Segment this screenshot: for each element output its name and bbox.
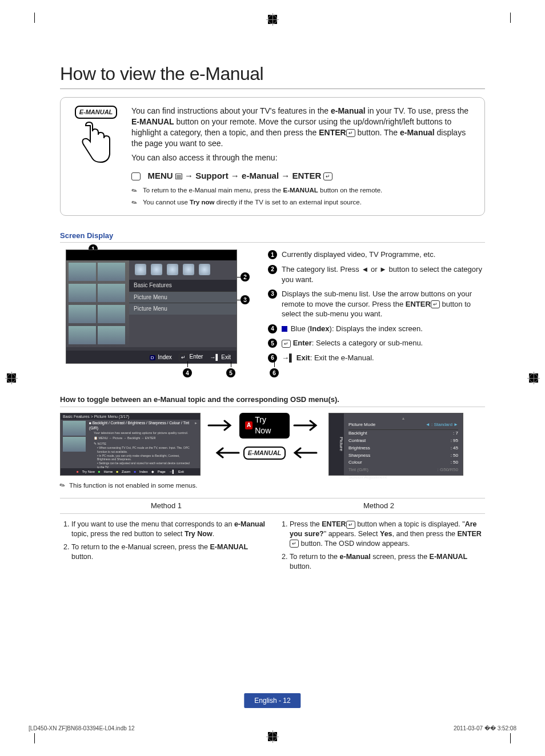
page-title: How to view the e-Manual — [60, 62, 485, 89]
intro-box: E-MANUAL You can find instructions about… — [60, 97, 485, 216]
menu-icon — [175, 174, 182, 179]
crop-mark — [510, 13, 511, 23]
hand-press-icon — [79, 120, 113, 164]
enter-icon: ↵ — [431, 300, 440, 308]
blue-d-icon — [282, 326, 287, 332]
try-now-pill: ATry Now — [239, 413, 290, 439]
registration-mark — [7, 373, 16, 383]
arrow-left-icon — [211, 447, 240, 459]
legend-4: Blue (Index): Displays the index screen. — [282, 324, 485, 334]
intro-paragraph-1: You can find instructions about your TV'… — [131, 106, 473, 149]
intro-paragraph-2: You can also access it through the menu: — [131, 152, 473, 163]
registration-mark — [529, 373, 538, 383]
method-header: Method 1 Method 2 — [60, 498, 485, 514]
legend-6: →▌ Exit: Exit the e-Manual. — [282, 353, 485, 363]
callout-5: 5 — [226, 368, 235, 377]
enter-icon: ↵ — [179, 353, 188, 361]
legend-2: The category list. Press ◄ or ► button t… — [282, 264, 485, 284]
screen-mock: 1 Basic Features Picture Menu Picture Me… — [60, 250, 249, 367]
note-icon: ✎ — [58, 480, 67, 490]
note-2: ✎ You cannot use Try now directly if the… — [131, 198, 473, 207]
crop-mark — [510, 733, 511, 743]
basic-features-label: Basic Features — [129, 280, 237, 291]
picture-menu-item: Picture Menu — [129, 303, 237, 315]
method-1-steps: If you want to use the menu that corresp… — [60, 520, 267, 574]
method2-heading: Method 2 — [272, 498, 485, 513]
crop-mark — [34, 733, 35, 743]
callout-6: 6 — [270, 368, 279, 377]
note-icon: ✎ — [130, 184, 141, 196]
crop-mark — [34, 13, 35, 23]
registration-mark — [268, 732, 277, 741]
legend-3: Displays the sub-menu list. Use the arro… — [282, 289, 485, 319]
emanual-button-icon: E-MANUAL — [75, 106, 118, 119]
screen-display-heading: Screen Display — [60, 231, 485, 243]
legend: 1Currently displayed video, TV Programme… — [268, 250, 485, 367]
enter-icon: ↵ — [290, 540, 299, 548]
callout-4: 4 — [183, 368, 192, 377]
emanual-pill: E-MANUAL — [243, 447, 286, 460]
method-2-steps: Press the ENTER↵ button when a topic is … — [278, 520, 485, 574]
registration-mark — [268, 15, 277, 24]
legend-5: ↵ Enter: Selects a category or sub-menu. — [282, 338, 485, 348]
page-number: English - 12 — [244, 693, 300, 708]
toggle-arrows: ATry Now E-MANUAL — [207, 413, 322, 460]
footer-timestamp: 2011-03-07 �� 3:52:08 — [454, 725, 516, 733]
note-1: ✎ To return to the e-Manual main menu, p… — [131, 186, 473, 195]
enter-icon: ↵ — [323, 172, 332, 180]
method1-heading: Method 1 — [60, 498, 272, 513]
enter-icon: ↵ — [346, 521, 355, 529]
enter-icon: ↵ — [346, 129, 355, 137]
enter-icon: ↵ — [282, 340, 291, 348]
note-icon: ✎ — [130, 197, 141, 208]
footer-filename: [LD450-XN ZF]BN68-03394E-L04.indb 12 — [29, 725, 135, 733]
emanual-topic-mock: Basic Features > Picture Menu (3/17) ■ B… — [60, 413, 201, 476]
arrow-right-icon — [293, 420, 322, 431]
arrow-right-icon — [207, 420, 236, 431]
legend-1: Currently displayed video, TV Programme,… — [282, 250, 485, 260]
menu-path: MENU → Support → e-Manual → ENTER ↵ — [131, 170, 473, 182]
osd-menu-mock: Picture ▲ Picture Mode◄ : Standard ► Bac… — [328, 413, 463, 476]
toggle-heading: How to toggle between an e-Manual topic … — [60, 395, 485, 407]
note-3: ✎ This function is not enabled in some m… — [60, 481, 485, 490]
remote-icon — [131, 172, 141, 180]
picture-menu-item: Picture Menu — [129, 291, 237, 303]
arrow-left-icon — [289, 447, 318, 459]
